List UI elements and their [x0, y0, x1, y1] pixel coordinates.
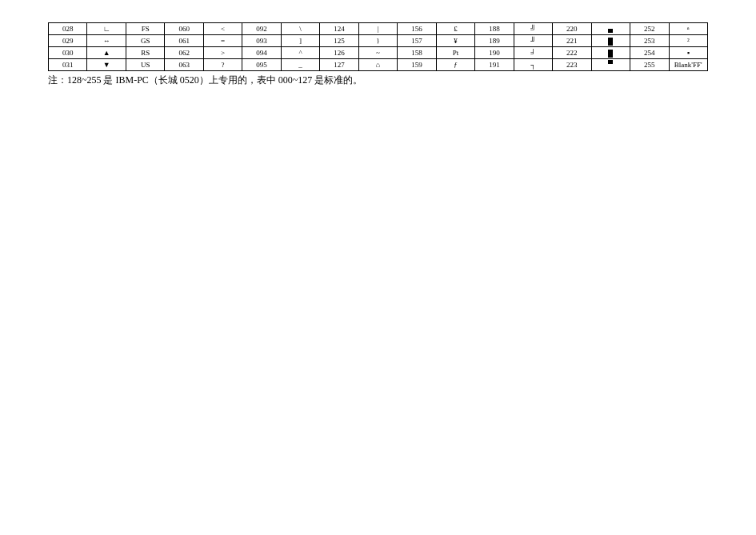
cell-char: 062	[165, 47, 203, 59]
cell-char: 220	[553, 23, 591, 35]
cell-code: ^	[281, 47, 319, 59]
cell-code: RS	[126, 47, 164, 59]
cell-code: <	[203, 23, 242, 35]
cell-code: ┐	[514, 59, 552, 71]
cell-code: ²	[669, 35, 708, 47]
cell-code: Blank'FF'	[669, 59, 708, 71]
cell-code: \	[281, 23, 319, 35]
cell-code	[591, 47, 630, 59]
cell-char: 159	[398, 59, 436, 71]
cell-char: 252	[630, 23, 669, 35]
block-glyph-icon	[608, 60, 613, 64]
cell-code: ¥	[436, 35, 474, 47]
cell-code: Pt	[436, 47, 474, 59]
cell-char: 158	[398, 47, 436, 59]
cell-code: FS	[126, 23, 164, 35]
block-glyph-icon	[608, 50, 613, 58]
cell-char: 124	[320, 23, 358, 35]
cell-code: ]	[281, 35, 319, 47]
table-row: 028 ∟ FS 060 < 092 \ 124 | 156 £ 188 ╝ 2…	[49, 23, 708, 35]
cell-char: 060	[165, 23, 203, 35]
cell-char: 191	[475, 59, 514, 71]
cell-code: ╜	[514, 35, 552, 47]
cell-char: 094	[242, 47, 281, 59]
cell-char: ↔	[87, 35, 126, 47]
cell-char: ▼	[87, 59, 126, 71]
cell-code: 031	[49, 59, 87, 71]
cell-char: 255	[630, 59, 669, 71]
cell-char: 125	[320, 35, 358, 47]
cell-code: _	[281, 59, 319, 71]
cell-code: >	[203, 47, 242, 59]
block-glyph-icon	[608, 38, 613, 46]
cell-char: ▲	[87, 47, 126, 59]
table-row: 030 ▲ RS 062 > 094 ^ 126 ~ 158 Pt 190 ╛ …	[49, 47, 708, 59]
cell-code: }	[358, 35, 397, 47]
cell-char: 061	[165, 35, 203, 47]
cell-code: 030	[49, 47, 87, 59]
cell-char: 253	[630, 35, 669, 47]
cell-code	[591, 23, 630, 35]
cell-char: 127	[320, 59, 358, 71]
cell-code	[591, 59, 630, 71]
cell-code: 029	[49, 35, 87, 47]
cell-char: ∟	[87, 23, 126, 35]
page-content: 028 ∟ FS 060 < 092 \ 124 | 156 £ 188 ╝ 2…	[0, 0, 756, 86]
cell-char: 222	[553, 47, 591, 59]
cell-code: ƒ	[436, 59, 474, 71]
cell-char: 157	[398, 35, 436, 47]
cell-code: =	[203, 35, 242, 47]
cell-code: £	[436, 23, 474, 35]
cell-code: ╛	[514, 47, 552, 59]
cell-code: ⁿ	[669, 23, 708, 35]
cell-char: 063	[165, 59, 203, 71]
cell-char: 126	[320, 47, 358, 59]
table-row: 031 ▼ US 063 ? 095 _ 127 ⌂ 159 ƒ 191 ┐ 2…	[49, 59, 708, 71]
cell-char: 093	[242, 35, 281, 47]
cell-code: ?	[203, 59, 242, 71]
cell-code: |	[358, 23, 397, 35]
ascii-table: 028 ∟ FS 060 < 092 \ 124 | 156 £ 188 ╝ 2…	[48, 22, 708, 71]
cell-code	[591, 35, 630, 47]
cell-code: ~	[358, 47, 397, 59]
cell-code: GS	[126, 35, 164, 47]
table-row: 029 ↔ GS 061 = 093 ] 125 } 157 ¥ 189 ╜ 2…	[49, 35, 708, 47]
cell-code: ⌂	[358, 59, 397, 71]
cell-char: 189	[475, 35, 514, 47]
footnote: 注：128~255 是 IBM-PC（长城 0520）上专用的，表中 000~1…	[48, 74, 708, 86]
cell-code: US	[126, 59, 164, 71]
cell-code: 028	[49, 23, 87, 35]
cell-char: 221	[553, 35, 591, 47]
cell-code: ▪	[669, 47, 708, 59]
cell-code: ╝	[514, 23, 552, 35]
block-glyph-icon	[608, 29, 613, 33]
cell-char: 223	[553, 59, 591, 71]
cell-char: 188	[475, 23, 514, 35]
cell-char: 156	[398, 23, 436, 35]
cell-char: 092	[242, 23, 281, 35]
cell-char: 190	[475, 47, 514, 59]
cell-char: 254	[630, 47, 669, 59]
cell-char: 095	[242, 59, 281, 71]
